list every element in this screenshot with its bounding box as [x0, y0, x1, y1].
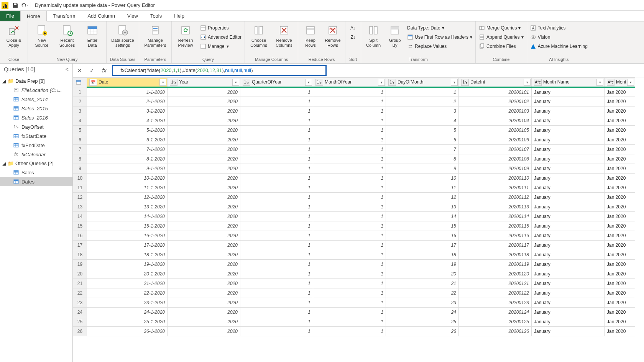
cell[interactable]: 2020: [168, 241, 240, 250]
cell[interactable]: January: [532, 202, 605, 212]
vision-button[interactable]: Vision: [529, 33, 588, 41]
cell[interactable]: 2020: [168, 116, 240, 126]
cell[interactable]: 2020: [168, 288, 240, 298]
table-row[interactable]: 99-1-2020202011920200109JanuaryJan 2020: [73, 164, 635, 174]
cell[interactable]: 3: [386, 106, 459, 116]
table-row[interactable]: 77-1-2020202011720200107JanuaryJan 2020: [73, 145, 635, 154]
cell[interactable]: January: [532, 231, 605, 241]
cell[interactable]: Jan 2020: [605, 308, 635, 317]
cell[interactable]: January: [532, 269, 605, 279]
cell[interactable]: 20200108: [459, 154, 532, 164]
cell[interactable]: 1: [240, 212, 313, 221]
cell[interactable]: Jan 2020: [605, 260, 635, 269]
cell[interactable]: 1: [313, 202, 386, 212]
cell[interactable]: 1: [313, 193, 386, 202]
table-row[interactable]: 1818-1-20202020111820200118JanuaryJan 20…: [73, 250, 635, 260]
new-source-button[interactable]: New Source: [30, 24, 53, 48]
query-group-header[interactable]: ◢📁Data Prep [8]: [0, 77, 72, 85]
row-number[interactable]: 2: [73, 97, 87, 106]
filter-dropdown-icon[interactable]: ▾: [524, 79, 531, 86]
tab-home[interactable]: Home: [20, 11, 47, 21]
column-header-Year[interactable]: 1²₃Year▾: [168, 78, 240, 87]
cell[interactable]: 2020: [168, 221, 240, 231]
row-number[interactable]: 21: [73, 279, 87, 288]
column-header-MonthOfYear[interactable]: 1²₃MonthOfYear▾: [313, 78, 386, 87]
cell[interactable]: 20200125: [459, 317, 532, 327]
cell[interactable]: 1: [313, 317, 386, 327]
cell[interactable]: 1: [313, 154, 386, 164]
row-number[interactable]: 26: [73, 327, 87, 336]
table-row[interactable]: 2626-1-20202020112620200126JanuaryJan 20…: [73, 327, 635, 336]
row-number[interactable]: 18: [73, 250, 87, 260]
tab-help[interactable]: Help: [168, 11, 191, 21]
cell[interactable]: 18: [386, 250, 459, 260]
cell[interactable]: 2020: [168, 327, 240, 336]
cell[interactable]: January: [532, 193, 605, 202]
cell[interactable]: 7: [386, 145, 459, 154]
cell[interactable]: January: [532, 212, 605, 221]
remove-columns-button[interactable]: Remove Columns: [273, 24, 296, 48]
row-number[interactable]: 1: [73, 87, 87, 97]
cell[interactable]: 20200109: [459, 164, 532, 174]
manage-query-button[interactable]: Manage▾: [199, 42, 242, 51]
type-icon[interactable]: Aᴮc: [607, 79, 614, 86]
cell[interactable]: 20200122: [459, 288, 532, 298]
table-row[interactable]: 1414-1-20202020111420200114JanuaryJan 20…: [73, 212, 635, 221]
cell[interactable]: January: [532, 298, 605, 308]
row-number[interactable]: 6: [73, 135, 87, 145]
row-number[interactable]: 17: [73, 241, 87, 250]
cell[interactable]: 1: [240, 308, 313, 317]
cell[interactable]: 7-1-2020: [87, 145, 168, 154]
cell[interactable]: 1: [313, 97, 386, 106]
cell[interactable]: 16-1-2020: [87, 231, 168, 241]
cell[interactable]: 1: [313, 269, 386, 279]
cell[interactable]: 1: [313, 221, 386, 231]
cell[interactable]: 1: [313, 174, 386, 183]
cell[interactable]: 4-1-2020: [87, 116, 168, 126]
cell[interactable]: January: [532, 250, 605, 260]
cell[interactable]: 1: [240, 279, 313, 288]
cell[interactable]: 1: [240, 202, 313, 212]
data-source-settings-button[interactable]: Data source settings: [109, 24, 136, 48]
split-column-button[interactable]: Split Column: [363, 24, 383, 48]
tab-add-column[interactable]: Add Column: [81, 11, 121, 21]
cell[interactable]: 24: [386, 308, 459, 317]
cell[interactable]: January: [532, 174, 605, 183]
cell[interactable]: 25-1-2020: [87, 317, 168, 327]
cell[interactable]: 1: [240, 97, 313, 106]
row-number[interactable]: 7: [73, 145, 87, 154]
table-row[interactable]: 1616-1-20202020111620200116JanuaryJan 20…: [73, 231, 635, 241]
cell[interactable]: Jan 2020: [605, 327, 635, 336]
cell[interactable]: 10-1-2020: [87, 174, 168, 183]
cell[interactable]: 14-1-2020: [87, 212, 168, 221]
cell[interactable]: Jan 2020: [605, 231, 635, 241]
cell[interactable]: 20200112: [459, 193, 532, 202]
cell[interactable]: 2020: [168, 174, 240, 183]
cell[interactable]: 2020: [168, 279, 240, 288]
cell[interactable]: 1: [240, 298, 313, 308]
query-item[interactable]: Dates: [0, 177, 72, 186]
cell[interactable]: January: [532, 317, 605, 327]
table-row[interactable]: 55-1-2020202011520200105JanuaryJan 2020: [73, 126, 635, 135]
column-header-QuarterOfYear[interactable]: 1²₃QuarterOfYear▾: [240, 78, 313, 87]
cell[interactable]: 5-1-2020: [87, 126, 168, 135]
row-number[interactable]: 11: [73, 183, 87, 193]
filter-dropdown-icon[interactable]: ▾: [159, 79, 166, 86]
cell[interactable]: 23: [386, 298, 459, 308]
cell[interactable]: 26: [386, 327, 459, 336]
cell[interactable]: Jan 2020: [605, 97, 635, 106]
cell[interactable]: January: [532, 183, 605, 193]
cell[interactable]: 1: [313, 231, 386, 241]
table-row[interactable]: 1212-1-20202020111220200112JanuaryJan 20…: [73, 193, 635, 202]
combine-files-button[interactable]: Combine Files: [478, 42, 524, 51]
cell[interactable]: 1: [240, 135, 313, 145]
cell[interactable]: January: [532, 260, 605, 269]
cell[interactable]: 1: [240, 231, 313, 241]
cell[interactable]: Jan 2020: [605, 116, 635, 126]
cell[interactable]: January: [532, 327, 605, 336]
cell[interactable]: 25: [386, 317, 459, 327]
cell[interactable]: January: [532, 126, 605, 135]
cell[interactable]: 2020: [168, 231, 240, 241]
cell[interactable]: 23-1-2020: [87, 298, 168, 308]
cell[interactable]: 20200101: [459, 87, 532, 97]
